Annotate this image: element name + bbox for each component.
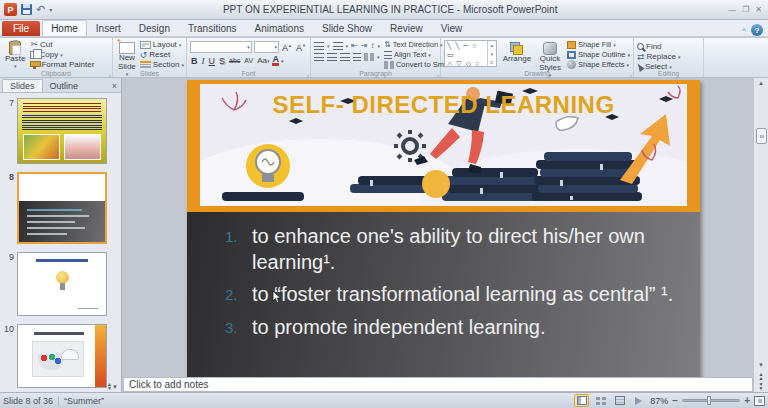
font-dialog-launcher-icon[interactable]: ⌟ bbox=[306, 70, 309, 77]
columns-icon[interactable] bbox=[364, 53, 374, 61]
font-size-select[interactable]: ▾ bbox=[254, 41, 279, 53]
shape-outline-button[interactable]: Shape Outline▾ bbox=[567, 50, 630, 59]
slide-8-thumbnail[interactable] bbox=[17, 172, 107, 244]
drawing-dialog-launcher-icon[interactable]: ⌟ bbox=[629, 70, 632, 77]
text-shadow-button[interactable]: S bbox=[218, 56, 226, 66]
reading-view-button[interactable] bbox=[612, 394, 627, 407]
justify-icon[interactable] bbox=[353, 53, 361, 61]
zoom-out-button[interactable]: − bbox=[672, 396, 678, 406]
save-icon[interactable] bbox=[21, 4, 32, 15]
format-painter-button[interactable]: Format Painter bbox=[30, 60, 94, 69]
tab-slide-show[interactable]: Slide Show bbox=[313, 20, 381, 36]
change-case-button[interactable]: Aa▾ bbox=[256, 56, 270, 66]
scroll-down-icon[interactable]: ▼ bbox=[758, 360, 764, 370]
tab-transitions[interactable]: Transitions bbox=[179, 20, 246, 36]
scrollbar-thumb[interactable] bbox=[756, 128, 767, 144]
replace-button[interactable]: ⇄Replace▾ bbox=[637, 52, 700, 61]
arrange-button[interactable]: Arrange bbox=[501, 40, 533, 65]
shapes-more-icon[interactable]: ≡ bbox=[490, 59, 493, 65]
shape-effects-button[interactable]: Shape Effects▾ bbox=[567, 60, 630, 69]
paste-button[interactable]: Paste▾ bbox=[3, 40, 27, 70]
slide-10-number: 10 bbox=[2, 324, 14, 334]
tab-animations[interactable]: Animations bbox=[246, 20, 313, 36]
tab-file[interactable]: File bbox=[2, 21, 40, 36]
powerpoint-app-icon[interactable]: P bbox=[4, 3, 17, 16]
minimize-ribbon-icon[interactable]: ^ bbox=[742, 26, 746, 35]
slide-10-thumbnail[interactable] bbox=[17, 324, 107, 388]
slide-title[interactable]: SELF- DIRECTED LEARNING bbox=[200, 91, 687, 119]
panel-tab-slides[interactable]: Slides bbox=[2, 79, 43, 92]
section-button[interactable]: Section▾ bbox=[140, 60, 184, 69]
shapes-gallery-glyphs: ╲ ╲ ─ ○ ▭ △ ▽ ◇ ○ ☆ bbox=[445, 41, 487, 66]
previous-slide-icon[interactable]: ▲▲ bbox=[759, 372, 764, 380]
shapes-gallery-scrollbar[interactable]: ▴ ▾ ≡ bbox=[487, 41, 496, 66]
slide-9-thumbnail[interactable] bbox=[17, 252, 107, 316]
align-right-icon[interactable] bbox=[340, 53, 350, 61]
scroll-up-icon[interactable]: ▲ bbox=[758, 78, 764, 88]
normal-view-button[interactable] bbox=[574, 394, 589, 407]
numbering-icon[interactable] bbox=[333, 42, 343, 50]
slide-canvas[interactable]: SELF- DIRECTED LEARNING 1. to enhance on… bbox=[187, 80, 700, 378]
reset-button[interactable]: ↺Reset bbox=[140, 50, 184, 59]
increase-indent-icon[interactable]: ⇥ bbox=[361, 42, 368, 50]
grow-font-button[interactable]: A▲ bbox=[281, 41, 293, 53]
copy-button[interactable]: Copy▾ bbox=[30, 50, 94, 59]
smartart-icon bbox=[384, 61, 394, 69]
character-spacing-button[interactable]: AV bbox=[243, 56, 254, 66]
decrease-indent-icon[interactable]: ⇤ bbox=[351, 42, 358, 50]
paste-icon bbox=[9, 41, 21, 55]
zoom-level[interactable]: 87% bbox=[650, 396, 668, 406]
notes-pane[interactable]: Click to add notes bbox=[123, 377, 753, 392]
help-icon[interactable]: ? bbox=[751, 24, 763, 36]
slide-counter: Slide 8 of 36 bbox=[3, 396, 53, 406]
align-left-icon[interactable] bbox=[314, 53, 324, 61]
close-button[interactable]: ✕ bbox=[755, 5, 762, 15]
panel-tab-outline[interactable]: Outline bbox=[43, 80, 86, 92]
bullets-icon[interactable] bbox=[314, 42, 324, 50]
next-slide-icon[interactable]: ▼▼ bbox=[759, 382, 764, 390]
align-center-icon[interactable] bbox=[327, 53, 337, 61]
clipboard-dialog-launcher-icon[interactable]: ⌟ bbox=[108, 70, 111, 77]
shapes-scroll-up-icon[interactable]: ▴ bbox=[490, 42, 493, 48]
line-spacing-icon[interactable]: ↕ bbox=[370, 42, 374, 50]
zoom-in-button[interactable]: + bbox=[744, 396, 750, 406]
panel-scroll-down-icon[interactable]: ▼ bbox=[112, 384, 118, 390]
panel-close-icon[interactable]: × bbox=[108, 81, 121, 92]
zoom-slider-thumb[interactable] bbox=[707, 396, 711, 405]
italic-button[interactable]: I bbox=[201, 56, 206, 66]
vertical-scrollbar[interactable]: ▲ ▼ ▲▲ ▼▼ bbox=[753, 78, 768, 392]
find-button[interactable]: Find bbox=[637, 42, 700, 51]
slide-show-button[interactable] bbox=[631, 394, 646, 407]
paragraph-dialog-launcher-icon[interactable]: ⌟ bbox=[436, 70, 439, 77]
slide-body-text[interactable]: 1. to enhance one's ability to direct hi… bbox=[187, 212, 700, 378]
font-name-select[interactable]: ▾ bbox=[190, 41, 252, 53]
restore-button[interactable]: ❐ bbox=[742, 5, 749, 15]
tab-design[interactable]: Design bbox=[130, 20, 179, 36]
font-color-button[interactable]: A bbox=[272, 55, 279, 66]
shrink-font-button[interactable]: A▼ bbox=[295, 41, 307, 53]
ribbon-tab-row: File Home Insert Design Transitions Anim… bbox=[0, 20, 768, 37]
notes-placeholder[interactable]: Click to add notes bbox=[129, 379, 209, 390]
shapes-gallery[interactable]: ╲ ╲ ─ ○ ▭ △ ▽ ◇ ○ ☆ ▴ ▾ ≡ bbox=[444, 40, 497, 67]
shapes-scroll-down-icon[interactable]: ▾ bbox=[490, 51, 493, 57]
slide-sorter-view-button[interactable] bbox=[593, 394, 608, 407]
tab-review[interactable]: Review bbox=[381, 20, 432, 36]
bold-button[interactable]: B bbox=[190, 56, 199, 66]
layout-icon bbox=[140, 41, 151, 49]
tab-home[interactable]: Home bbox=[42, 20, 87, 36]
strikethrough-button[interactable]: abc bbox=[228, 56, 241, 66]
underline-button[interactable]: U bbox=[208, 56, 217, 66]
normal-view-icon bbox=[577, 396, 587, 405]
tab-view[interactable]: View bbox=[432, 20, 472, 36]
slide-7-thumbnail[interactable] bbox=[17, 98, 107, 164]
notes-splitter-icon[interactable]: ▲▼ bbox=[107, 382, 112, 390]
fit-to-window-icon[interactable] bbox=[754, 396, 765, 406]
shape-fill-button[interactable]: Shape Fill▾ bbox=[567, 40, 630, 49]
zoom-slider[interactable] bbox=[682, 399, 740, 402]
tab-insert[interactable]: Insert bbox=[87, 20, 130, 36]
ribbon: Paste▾ ✂Cut Copy▾ Format Painter Clipboa… bbox=[0, 38, 768, 78]
layout-button[interactable]: Layout▾ bbox=[140, 40, 184, 49]
undo-icon[interactable]: ↶ bbox=[36, 4, 45, 15]
minimize-button[interactable]: — bbox=[728, 5, 736, 15]
slides-group-label: Slides bbox=[113, 70, 186, 77]
